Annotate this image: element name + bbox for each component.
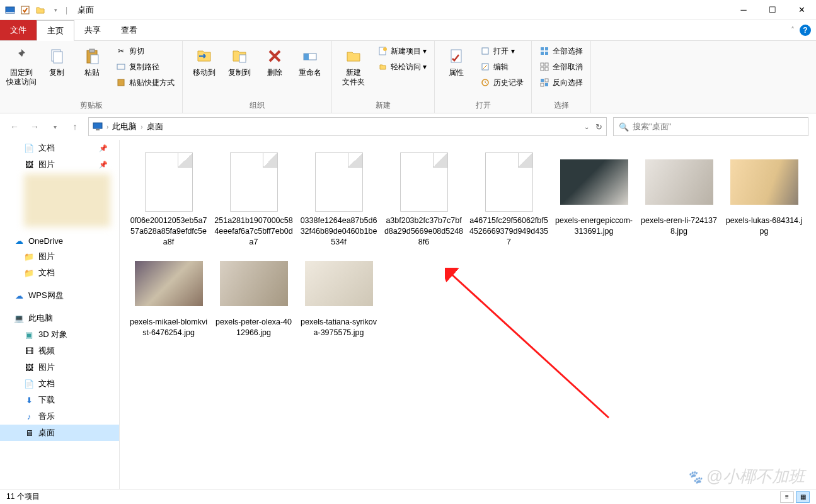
paste-shortcut-button[interactable]: 粘贴快捷方式 bbox=[113, 75, 177, 90]
qat-dropdown-icon[interactable]: ▾ bbox=[49, 4, 62, 16]
easyaccess-icon bbox=[377, 62, 388, 72]
chevron-right-icon[interactable]: › bbox=[106, 123, 108, 130]
sidebar-item-documents[interactable]: 📄文档📌 bbox=[0, 140, 119, 156]
file-name: pexels-mikael-blomkvist-6476254.jpg bbox=[126, 317, 211, 338]
copyto-button[interactable]: 复制到 bbox=[223, 43, 256, 77]
file-thumbnail bbox=[220, 151, 288, 213]
svg-rect-22 bbox=[545, 52, 548, 55]
file-item[interactable]: pexels-energepiccom-313691.jpg bbox=[551, 151, 636, 248]
breadcrumb-folder[interactable]: 桌面 bbox=[147, 121, 163, 132]
edit-button[interactable]: 编辑 bbox=[478, 59, 526, 74]
folder-icon: 📁 bbox=[24, 251, 34, 261]
svg-rect-8 bbox=[117, 64, 125, 69]
address-bar[interactable]: › 此电脑 › 桌面 ⌄ ↻ bbox=[88, 117, 607, 136]
image-thumbnail bbox=[730, 151, 798, 213]
copypath-button[interactable]: 复制路径 bbox=[113, 59, 177, 74]
maximize-button[interactable]: ☐ bbox=[758, 0, 787, 20]
sidebar-item-videos[interactable]: 🎞视频 bbox=[0, 343, 119, 359]
copy-icon bbox=[47, 46, 67, 66]
minimize-button[interactable]: ─ bbox=[729, 0, 758, 20]
copypath-icon bbox=[116, 62, 126, 72]
sidebar-item-3d[interactable]: ▣3D 对象 bbox=[0, 326, 119, 343]
chevron-right-icon[interactable]: › bbox=[141, 123, 142, 130]
invert-button[interactable]: 反向选择 bbox=[537, 75, 585, 90]
rename-button[interactable]: 重命名 bbox=[294, 43, 326, 77]
ribbon: 固定到 快速访问 复制 粘贴 ✂剪切 复制路径 粘贴快捷方式 剪贴板 移动到 复… bbox=[0, 41, 816, 113]
file-item[interactable]: pexels-lukas-684314.jpg bbox=[721, 151, 807, 248]
sidebar-item-documents2[interactable]: 📄文档 bbox=[0, 375, 119, 392]
file-item[interactable]: pexels-eren-li-7241378.jpg bbox=[636, 151, 721, 248]
refresh-icon[interactable]: ↻ bbox=[595, 122, 602, 132]
history-button[interactable]: 历史记录 bbox=[478, 75, 526, 90]
pin-quickaccess-button[interactable]: 固定到 快速访问 bbox=[5, 43, 38, 87]
sidebar-item-music[interactable]: ♪音乐 bbox=[0, 408, 119, 425]
sidebar-item-pictures2[interactable]: 🖼图片 bbox=[0, 359, 119, 375]
tab-share[interactable]: 共享 bbox=[74, 20, 111, 40]
qat-folder-icon[interactable] bbox=[34, 4, 47, 16]
file-item[interactable]: pexels-tatiana-syrikova-3975575.jpg bbox=[296, 253, 381, 338]
file-item[interactable]: pexels-mikael-blomkvist-6476254.jpg bbox=[126, 253, 211, 338]
svg-rect-15 bbox=[451, 50, 461, 62]
nav-back-button[interactable]: ← bbox=[8, 120, 21, 134]
sidebar-item-od-pictures[interactable]: 📁图片 bbox=[0, 248, 119, 265]
sidebar-item-od-docs[interactable]: 📁文档 bbox=[0, 265, 119, 281]
rename-icon bbox=[300, 46, 320, 66]
nav-forward-button[interactable]: → bbox=[28, 120, 42, 134]
file-item[interactable]: pexels-peter-olexa-4012966.jpg bbox=[211, 253, 296, 338]
selectall-button[interactable]: 全部选择 bbox=[537, 43, 585, 59]
selectnone-button[interactable]: 全部取消 bbox=[537, 59, 585, 74]
image-thumbnail bbox=[305, 253, 373, 314]
file-item[interactable]: 251a281b1907000c584eeefaf6a7c5bff7eb0da7 bbox=[211, 151, 296, 248]
document-icon: 📄 bbox=[24, 143, 34, 153]
delete-button[interactable]: 删除 bbox=[258, 43, 291, 77]
open-button[interactable]: 打开 ▾ bbox=[478, 43, 526, 59]
sidebar-item-pictures[interactable]: 🖼图片📌 bbox=[0, 156, 119, 173]
file-item[interactable]: 0f06e20012053eb5a757a628a85fa9efdfc5ea8f bbox=[126, 151, 211, 248]
document-icon: 📄 bbox=[24, 379, 34, 389]
sidebar-item-wps[interactable]: ☁WPS网盘 bbox=[0, 287, 119, 304]
copy-button[interactable]: 复制 bbox=[40, 43, 73, 77]
nav-up-button[interactable]: ↑ bbox=[68, 120, 82, 134]
file-item[interactable]: a3bf203b2fc37b7c7bfd8a29d5669e08d52488f6 bbox=[381, 151, 466, 248]
file-thumbnail bbox=[135, 151, 203, 213]
search-box[interactable]: 🔍 搜索"桌面" bbox=[613, 117, 808, 136]
paste-button[interactable]: 粘贴 bbox=[76, 43, 108, 77]
close-button[interactable]: ✕ bbox=[787, 0, 816, 20]
moveto-button[interactable]: 移动到 bbox=[188, 43, 221, 77]
tab-view[interactable]: 查看 bbox=[111, 20, 147, 40]
sidebar-item-thispc[interactable]: 💻此电脑 bbox=[0, 310, 119, 326]
tab-home[interactable]: 主页 bbox=[37, 20, 74, 41]
breadcrumb-pc[interactable]: 此电脑 bbox=[112, 121, 137, 132]
qat-properties-icon[interactable] bbox=[19, 4, 32, 16]
properties-button[interactable]: 属性 bbox=[440, 43, 473, 77]
file-thumbnail bbox=[390, 151, 458, 213]
svg-rect-25 bbox=[541, 67, 544, 71]
search-icon: 🔍 bbox=[619, 122, 629, 132]
file-item[interactable]: 0338fe1264ea87b5d632f46b89de0460b1be534f bbox=[296, 151, 381, 248]
easyaccess-button[interactable]: 轻松访问 ▾ bbox=[375, 59, 429, 74]
help-icon[interactable]: ? bbox=[800, 25, 811, 36]
group-select-label: 选择 bbox=[537, 98, 585, 113]
status-bar: 11 个项目 ≡ ▦ bbox=[0, 489, 816, 504]
cut-icon: ✂ bbox=[116, 46, 126, 56]
addr-dropdown-icon[interactable]: ⌄ bbox=[584, 123, 589, 130]
sidebar-item-downloads[interactable]: ⬇下载 bbox=[0, 392, 119, 408]
titlebar-sep: | bbox=[66, 6, 67, 14]
svg-rect-6 bbox=[89, 49, 95, 52]
view-icons-button[interactable]: ▦ bbox=[796, 491, 810, 503]
tab-file[interactable]: 文件 bbox=[0, 20, 37, 40]
newitem-button[interactable]: 新建项目 ▾ bbox=[375, 43, 429, 59]
ribbon-collapse-icon[interactable]: ˄ bbox=[791, 26, 795, 35]
content-area[interactable]: 0f06e20012053eb5a757a628a85fa9efdfc5ea8f… bbox=[120, 140, 816, 489]
sidebar[interactable]: 📄文档📌 🖼图片📌 ☁OneDrive 📁图片 📁文档 ☁WPS网盘 💻此电脑 … bbox=[0, 140, 120, 489]
search-placeholder: 搜索"桌面" bbox=[633, 121, 671, 132]
sidebar-item-onedrive[interactable]: ☁OneDrive bbox=[0, 233, 119, 248]
newfolder-button[interactable]: 新建 文件夹 bbox=[337, 43, 370, 87]
view-details-button[interactable]: ≡ bbox=[780, 491, 794, 503]
nav-recent-dropdown[interactable]: ▾ bbox=[48, 120, 62, 134]
file-name: a46715fc29f56062fbf54526669379d949d4357 bbox=[466, 215, 551, 248]
cut-button[interactable]: ✂剪切 bbox=[113, 43, 177, 59]
window-title: 桌面 bbox=[78, 4, 94, 16]
file-item[interactable]: a46715fc29f56062fbf54526669379d949d4357 bbox=[466, 151, 551, 248]
sidebar-item-desktop[interactable]: 🖥桌面 bbox=[0, 425, 119, 441]
